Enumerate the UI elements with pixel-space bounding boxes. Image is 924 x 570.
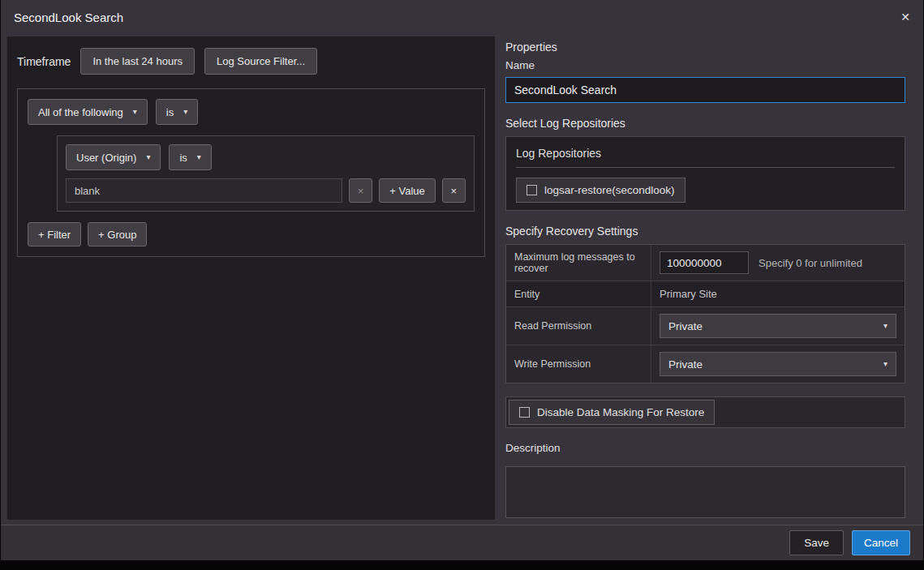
timeframe-button[interactable]: In the last 24 hours [80, 48, 195, 75]
disable-masking-checkbox-item[interactable]: Disable Data Masking For Restore [509, 400, 715, 425]
select-repos-label: Select Log Repositories [505, 117, 905, 130]
entity-row: Entity Primary Site [506, 281, 905, 307]
entity-value-cell: Primary Site [651, 281, 905, 306]
read-permission-value: Private [668, 320, 703, 332]
write-permission-value-cell: Private ▾ [651, 345, 905, 383]
write-permission-label: Write Permission [506, 345, 651, 383]
filter-group-box: All of the following ▾ is ▾ User (Origin… [17, 88, 485, 257]
group-actions-row: + Filter + Group [28, 222, 475, 246]
timeframe-label: Timeframe [17, 55, 71, 68]
chevron-down-icon: ▾ [883, 322, 887, 330]
close-icon[interactable]: ✕ [900, 11, 910, 23]
write-permission-row: Write Permission Private ▾ [506, 345, 905, 383]
group-operator-dropdown[interactable]: All of the following ▾ [28, 99, 148, 125]
add-filter-button[interactable]: + Filter [28, 222, 81, 246]
disable-masking-label: Disable Data Masking For Restore [537, 406, 704, 418]
group-operator-value: All of the following [38, 106, 123, 118]
timeframe-row: Timeframe In the last 24 hours Log Sourc… [17, 48, 485, 75]
read-permission-value-cell: Private ▾ [651, 307, 905, 345]
filter-operator-value: is [179, 152, 187, 164]
save-button[interactable]: Save [789, 530, 844, 555]
repo-checkbox-item[interactable]: logsar-restore(secondlook) [516, 178, 685, 203]
max-messages-hint: Specify 0 for unlimited [759, 257, 862, 269]
dialog-title: SecondLook Search [14, 11, 123, 24]
filter-row-box: User (Origin) ▾ is ▾ blank × + Value × [57, 135, 475, 212]
add-group-button[interactable]: + Group [88, 222, 147, 246]
recovery-settings-label: Specify Recovery Settings [505, 225, 905, 238]
filter-value-field[interactable]: blank [66, 178, 342, 203]
chevron-down-icon: ▾ [146, 153, 150, 161]
write-permission-value: Private [668, 358, 703, 371]
checkbox-icon[interactable] [526, 185, 537, 195]
chevron-down-icon: ▾ [183, 108, 187, 116]
remove-value-button[interactable]: × [349, 178, 372, 203]
filter-builder-panel: Timeframe In the last 24 hours Log Sourc… [7, 36, 495, 520]
masking-box: Disable Data Masking For Restore [505, 396, 905, 428]
max-messages-label: Maximum log messages to recover [506, 245, 651, 281]
group-condition-value: is [166, 106, 174, 118]
log-repositories-box: Log Repositories logsar-restore(secondlo… [505, 136, 905, 211]
checkbox-icon[interactable] [519, 407, 530, 418]
entity-value: Primary Site [660, 288, 717, 300]
recovery-settings-table: Maximum log messages to recover Specify … [505, 244, 905, 384]
read-permission-label: Read Permission [506, 307, 651, 345]
add-value-button[interactable]: + Value [379, 178, 436, 203]
entity-label: Entity [506, 281, 651, 306]
read-permission-row: Read Permission Private ▾ [506, 307, 905, 345]
name-input[interactable] [505, 77, 905, 103]
properties-label: Properties [505, 41, 905, 54]
group-operator-row: All of the following ▾ is ▾ [28, 99, 475, 125]
filter-field-row: User (Origin) ▾ is ▾ [66, 144, 466, 170]
name-label: Name [505, 59, 905, 71]
log-repositories-header: Log Repositories [516, 147, 895, 168]
filter-operator-dropdown[interactable]: is ▾ [169, 144, 211, 170]
max-messages-input[interactable] [660, 251, 749, 274]
log-source-filter-button[interactable]: Log Source Filter... [204, 48, 317, 75]
chevron-down-icon: ▾ [883, 360, 887, 368]
chevron-down-icon: ▾ [133, 108, 137, 116]
write-permission-dropdown[interactable]: Private ▾ [660, 352, 896, 376]
group-condition-dropdown[interactable]: is ▾ [156, 99, 198, 125]
secondlook-search-dialog: SecondLook Search ✕ Timeframe In the las… [1, 0, 923, 560]
description-textarea[interactable] [505, 466, 905, 518]
properties-panel: Properties Name Select Log Repositories … [505, 41, 905, 521]
description-label: Description [505, 442, 905, 454]
repo-item-label: logsar-restore(secondlook) [544, 184, 675, 196]
max-messages-value-cell: Specify 0 for unlimited [651, 245, 905, 281]
titlebar: SecondLook Search ✕ [1, 0, 923, 34]
read-permission-dropdown[interactable]: Private ▾ [660, 314, 896, 338]
cancel-button[interactable]: Cancel [852, 530, 910, 555]
max-messages-row: Maximum log messages to recover Specify … [506, 245, 905, 281]
chevron-down-icon: ▾ [197, 153, 201, 161]
filter-field-value: User (Origin) [76, 152, 136, 164]
remove-filter-button[interactable]: × [442, 178, 466, 203]
filter-value-row: blank × + Value × [66, 178, 466, 203]
filter-field-dropdown[interactable]: User (Origin) ▾ [66, 144, 161, 170]
footer-bar: Save Cancel [1, 525, 923, 560]
filter-value-text: blank [75, 185, 100, 197]
